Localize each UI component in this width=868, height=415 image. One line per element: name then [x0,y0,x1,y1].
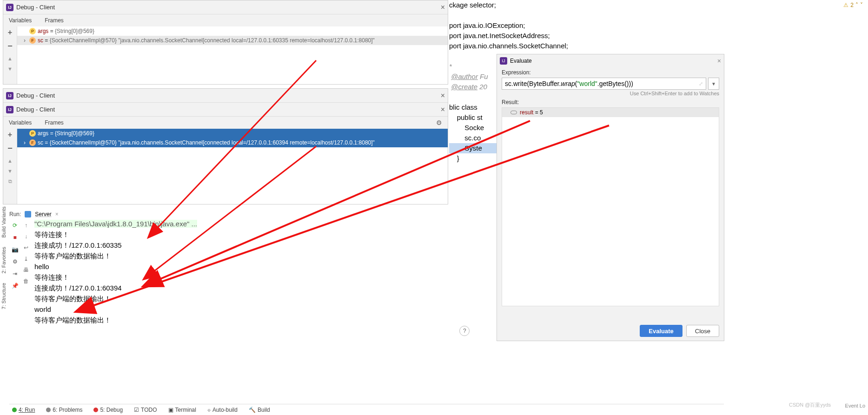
console-line: 等待客户端的数据输出！ [34,293,493,304]
nav-up-icon[interactable]: ▲ [7,56,13,61]
chevron-down-icon[interactable]: ˅ [860,0,863,10]
hint-text: Use Ctrl+Shift+Enter to add to Watches [497,90,724,97]
close-icon[interactable]: × [441,92,445,100]
watermark: CSDN @百里yyds [789,402,831,408]
bottom-problems[interactable]: 6: Problems [46,407,82,413]
variables-tree[interactable]: P args = {String[0]@569} › F sc = {Socke… [17,129,448,204]
run-label: Run: [9,211,21,217]
event-log-label[interactable]: Event Lo [845,403,865,408]
dialog-title-bar[interactable]: IJ Evaluate × [497,54,724,67]
var-row-args[interactable]: P args = {String[0]@569} [17,129,448,138]
expression-label: Expression: [497,67,724,78]
camera-icon[interactable]: 📷 [12,246,19,253]
leftbar-build-variants[interactable]: Build Variants [1,206,7,237]
add-watch-button[interactable]: + [8,131,12,139]
scroll-end-icon[interactable]: ⤓ [24,256,28,262]
run-controls: ⟳ ■ 📷 ⚙ ⇥ 📌 [9,218,20,335]
close-icon[interactable]: × [717,57,721,65]
panel-sidebar: + − ▲ ▼ [3,26,17,84]
panel-title: Debug - Client [16,4,55,11]
console-line: hello [34,261,493,272]
param-icon: P [29,130,36,137]
panel-sidebar: + − ▲ ▼ ⧉ [3,129,17,204]
chevron-up-icon[interactable]: ˄ [855,0,858,10]
copy-icon[interactable]: ⧉ [8,178,12,184]
autobuild-icon: ⟐ [207,407,211,413]
print-icon[interactable]: 🖶 [23,267,29,273]
intellij-icon: IJ [6,106,13,113]
remove-watch-button[interactable]: − [7,144,13,153]
tab-frames[interactable]: Frames [45,17,64,24]
warning-icon: ⚠ [843,0,848,10]
nav-down-icon[interactable]: ▼ [7,168,13,174]
run-tab-server[interactable]: Server [35,211,51,217]
nav-down-icon[interactable]: ▼ [7,66,13,72]
intellij-icon: IJ [6,92,13,99]
panel-title-bar[interactable]: IJ Debug - Client × [3,89,448,103]
evaluate-button[interactable]: Evaluate [640,325,682,337]
panel-tabs: Variables Frames [3,14,448,26]
code-line: port java.nio.channels.SocketChannel; [449,41,723,51]
close-icon[interactable]: × [441,105,445,114]
panel-title-bar[interactable]: IJ Debug - Client × [3,0,448,14]
bottom-autobuild[interactable]: ⟐Auto-build [207,407,238,413]
console-line: 等待客户端的数据输出！ [34,250,493,261]
todo-icon: ☑ [134,407,139,413]
close-icon[interactable]: × [441,3,445,12]
remove-watch-button[interactable]: − [7,41,13,51]
expression-input[interactable]: sc.write(ByteBuffer.wrap("world".getByte… [502,78,706,90]
console-line: 连接成功！/127.0.0.1:60394 [34,283,493,293]
expand-icon[interactable]: › [22,139,27,146]
console-output[interactable]: "C:\Program Files\Java\jdk1.8.0_191\bin\… [32,218,493,335]
stop-button[interactable]: ■ [13,234,16,241]
var-row-sc[interactable]: › F sc = {SocketChannelImpl@570} "java.n… [17,138,448,147]
exit-icon[interactable]: ⇥ [13,270,17,277]
console-line: 等待连接！ [34,272,493,283]
bottom-debug[interactable]: 5: Debug [93,407,123,413]
inspection-badge[interactable]: ⚠2˄˅ [843,0,863,10]
scroll-down-icon[interactable]: ↓ [25,233,27,240]
tab-frames[interactable]: Frames [45,119,64,126]
nav-up-icon[interactable]: ▲ [7,158,13,164]
variables-tree[interactable]: P args = {String[0]@569} › F sc = {Socke… [17,26,448,84]
code-line: port java.io.IOException; [449,20,723,31]
result-row[interactable]: result = 5 [502,108,719,117]
history-dropdown-button[interactable]: ▼ [708,78,719,90]
expand-icon[interactable]: › [22,37,27,44]
intellij-icon: IJ [6,4,13,11]
pin-icon[interactable]: 📌 [12,283,19,289]
debug-panel-2: IJ Debug - Client × IJ Debug - Client × … [3,88,448,204]
settings-icon[interactable]: ⚙ [436,119,442,126]
rerun-button[interactable]: ⟳ [13,222,17,229]
inner-title-bar[interactable]: IJ Debug - Client × [3,103,448,117]
tab-variables[interactable]: Variables [9,119,32,126]
tab-close-icon[interactable]: × [55,211,59,217]
gear-icon[interactable]: ⚙ [13,258,18,265]
debug-panel-1: IJ Debug - Client × Variables Frames + −… [3,0,448,85]
field-icon: F [29,37,36,44]
leftbar-favorites[interactable]: 2: Favorites [1,247,7,273]
expand-expression-icon[interactable]: ⤢ [699,81,703,87]
leftbar-structure[interactable]: 7: Structure [1,283,7,310]
add-watch-button[interactable]: + [8,28,12,37]
var-row-args[interactable]: P args = {String[0]@569} [17,26,448,36]
bottom-terminal[interactable]: ▣Terminal [168,407,196,413]
result-tree[interactable]: result = 5 [502,107,719,306]
bottom-build[interactable]: 🔨Build [249,407,270,413]
bottom-todo[interactable]: ☑TODO [134,407,157,413]
soft-wrap-icon[interactable]: ↩ [24,244,28,251]
bug-icon [93,408,98,412]
code-line: ckage selector; [449,0,723,10]
tab-variables[interactable]: Variables [9,17,32,24]
clear-icon[interactable]: 🗑 [23,278,29,284]
evaluate-dialog: IJ Evaluate × Expression: sc.write(ByteB… [497,54,724,341]
close-button[interactable]: Close [686,325,719,337]
scroll-up-icon[interactable]: ↑ [25,222,27,229]
bottom-run[interactable]: 4: Run [12,407,35,413]
result-icon [510,111,517,114]
var-row-sc[interactable]: › F sc = {SocketChannelImpl@570} "java.n… [17,36,448,45]
console-line: world [34,304,493,315]
panel-title: Debug - Client [16,92,55,99]
dialog-title: Evaluate [510,58,532,64]
panel-title: Debug - Client [16,106,55,113]
